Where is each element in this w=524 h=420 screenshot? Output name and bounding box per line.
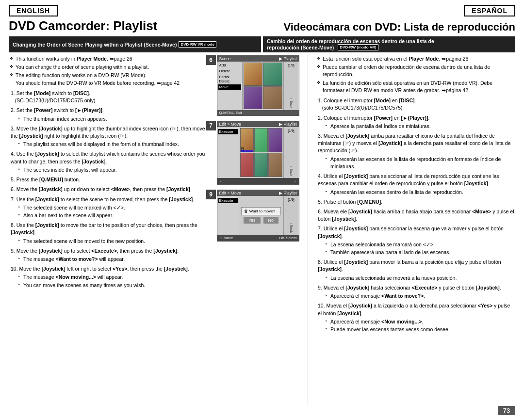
english-content: This function works only in Player Mode.… [9, 55, 211, 404]
arrow-right-icon: → [293, 179, 297, 183]
screen-6-back: ↑ Back [290, 98, 293, 108]
footer: 73 [9, 404, 515, 415]
screen-7-back: ↑ Back [290, 166, 293, 176]
sidebar-add: Add [218, 63, 241, 68]
steps-es: 1. Coloque el interruptor [Mode] en [DIS… [316, 97, 515, 333]
ok-select-label: OK Select [279, 236, 296, 240]
screen-9-container: 9 Edit > Move ▶ Playlist Execute 🗑 [217, 190, 299, 242]
step-en-9: 9. Move the [Joystick] up to select <Exe… [11, 247, 208, 263]
step-es-3: 3. Mueva el [Joystick] arriba para resal… [318, 132, 515, 170]
screen-6-bottombar: Q.MENU Exit [217, 110, 299, 115]
arrow-left-icon: ← [219, 179, 223, 183]
bullets-es: Esta función sólo está operativa en el P… [316, 55, 515, 94]
step-en-10: 10. Move the [Joystick] left or right to… [11, 265, 208, 289]
screen-6-sidebar: Add Delete Partial Delete Move [217, 62, 243, 110]
screen-7-playlist: ▶ Playlist [279, 122, 296, 127]
step-es-9: 9. Mueva el [Joystick] hasta seleccionar… [318, 284, 515, 300]
screen-7-sidebar: Execute [217, 127, 239, 178]
screen-7-navbar: ← → [217, 178, 299, 184]
step-es-2: 2. Coloque el interruptor [Power] en [►(… [318, 114, 515, 130]
sidebar-move: Move [218, 84, 241, 90]
screen-9-edit: Edit > Move [219, 191, 241, 195]
screen-6-playlist: ▶ Playlist [279, 56, 296, 61]
step-es-7: 7. Utilice el [Joystick] para selecciona… [318, 225, 515, 256]
yes-button[interactable]: Yes [244, 217, 261, 224]
screen-9-num: 9 [206, 190, 216, 199]
screen-9-playlist: ▶ Playlist [279, 191, 296, 195]
screen-9-navbar: ⊕ Move OK Select [217, 235, 299, 241]
section-header-en: Changing the Order of Scene Playing with… [9, 36, 261, 52]
screen-6-qmenu: Q.MENU Exit [219, 111, 243, 115]
thumb-7-3 [268, 128, 282, 152]
screenshots-column: 6 Scene ▶ Playlist Add Delete Partial De… [213, 55, 303, 404]
screen-9-topbar: Edit > Move ▶ Playlist [217, 190, 299, 196]
thumb-1 [244, 63, 263, 86]
step-en-7: 7. Use the [Joystick] to select the scen… [11, 196, 208, 220]
sidebar-partial-delete: Partial Delete [218, 74, 241, 84]
screen-7-edit: Edit > Move [219, 122, 241, 127]
step-es-5: 5. Pulse el botón [Q.MENU]. [318, 198, 515, 206]
screen-6-rightbar: [1/9] ↑ Back [283, 62, 299, 110]
step-es-10: 10. Mueva el [Joystick] a la izquierda o… [318, 302, 515, 333]
step-es-1: 1. Coloque el interruptor [Mode] en [DIS… [318, 97, 515, 112]
screen-6-container: 6 Scene ▶ Playlist Add Delete Partial De… [217, 55, 299, 116]
bullet-en-1: This function works only in Player Mode.… [11, 55, 208, 63]
move-label: ⊕ Move [219, 236, 233, 240]
screen-6-num: 6 [206, 55, 216, 65]
screen-7-container: 7 Edit > Move ▶ Playlist Execute ✓ [217, 121, 299, 185]
screen-9-sidebar: Execute [217, 196, 239, 235]
thumb-4 [263, 86, 282, 110]
screen-7-topbar: Edit > Move ▶ Playlist [217, 121, 299, 127]
column-divider [308, 55, 308, 404]
espanol-label: ESPAÑOL [464, 5, 515, 16]
thumb-7-2 [254, 128, 268, 152]
screen-6: Scene ▶ Playlist Add Delete Partial Dele… [217, 55, 299, 116]
step-es-8: 8. Utilice el [Joystick] para mover la b… [318, 258, 515, 282]
step-en-5: 5. Press the [Q.MENU] button. [11, 176, 208, 183]
screen-7-thumbs: ✓ [239, 127, 283, 178]
spanish-content: Esta función sólo está operativa en el P… [313, 55, 515, 404]
sidebar-execute-9: Execute [218, 198, 238, 203]
title-es: Videocámara con DVD: Lista de reproducci… [157, 21, 515, 33]
dvdrw-badge-en: DVD-RW VR mode [179, 41, 216, 48]
sidebar-execute-7: Execute [218, 129, 238, 134]
step-en-1: 1. Set the [Mode] switch to [DISC]. (SC-… [11, 90, 208, 104]
title-en: DVD Camcorder: Playlist [9, 18, 157, 33]
sidebar-delete: Delete [218, 68, 241, 74]
trash-icon: 🗑 [244, 209, 248, 213]
bullet-en-2: You can change the order of scene playin… [11, 64, 208, 71]
step-en-4: 4. Use the [Joystick] to select the play… [11, 150, 208, 174]
thumb-7-4 [240, 153, 254, 177]
bullet-es-3: La función de edición sólo está operativ… [318, 80, 515, 94]
screen-6-scene: Scene [219, 56, 231, 61]
thumb-3 [244, 86, 263, 110]
thumb-2 [263, 63, 282, 86]
screen-6-thumbs [243, 62, 283, 110]
screen-9-back: ↑ Back [290, 223, 293, 233]
screen-7-rightbar: [1/9] ↑ Back [283, 127, 299, 178]
thumb-7-6 [268, 153, 282, 177]
no-button[interactable]: No [263, 217, 279, 224]
step-en-2: 2. Set the [Power] switch to [►(Player)]… [11, 107, 208, 122]
steps-en: 1. Set the [Mode] switch to [DISC]. (SC-… [9, 90, 208, 289]
screen-9-rightbar: [1/9] ↑ Back [283, 196, 299, 235]
bullet-es-1: Esta función sólo está operativa en el P… [318, 55, 515, 63]
step-en-3: 3. Move the [Joystick] up to highlight t… [11, 125, 208, 148]
bullets-en: This function works only in Player Mode.… [9, 55, 208, 87]
screen-9: Edit > Move ▶ Playlist Execute 🗑 Want to… [217, 190, 299, 242]
screen-6-topbar: Scene ▶ Playlist [217, 56, 299, 62]
screen-7: Edit > Move ▶ Playlist Execute ✓ [217, 121, 299, 185]
thumb-7-1: ✓ [240, 128, 254, 152]
thumb-7-5 [254, 153, 268, 177]
bullet-es-2: Puede cambiar el orden de reproducción d… [318, 64, 515, 78]
section-header-es: Cambio del orden de reproducción de esce… [263, 36, 515, 52]
page-number: 73 [498, 406, 515, 415]
bullet-en-3: The editing function only works on a DVD… [11, 72, 208, 86]
step-es-4: 4. Utilice el [Joystick] para selecciona… [318, 173, 515, 196]
step-es-6: 6. Mueva ele [Joystick] hacia arriba o h… [318, 208, 515, 223]
dvdrw-badge-es: DVD-RW (modo VR) [338, 44, 378, 50]
want-to-move-text: Want to move? [249, 209, 276, 213]
step-en-8: 8. Use the [Joystick] to move the bar to… [11, 222, 208, 245]
english-label: ENGLISH [9, 5, 58, 16]
screen-7-num: 7 [206, 121, 216, 130]
